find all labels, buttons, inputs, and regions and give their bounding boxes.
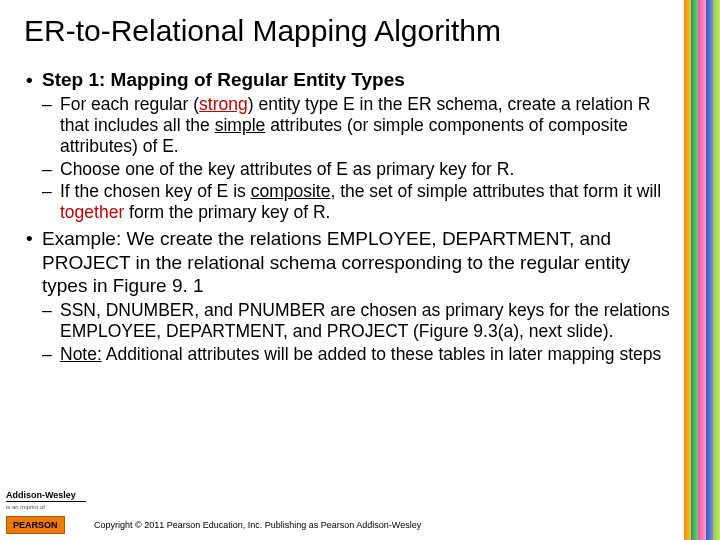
slide-title: ER-to-Relational Mapping Algorithm bbox=[24, 14, 670, 48]
bullet-text: Step 1: Mapping of Regular Entity Types bbox=[42, 69, 405, 90]
stripe bbox=[698, 0, 705, 540]
slide-content: ER-to-Relational Mapping Algorithm Step … bbox=[24, 14, 670, 368]
list-item: For each regular (strong) entity type E … bbox=[42, 94, 670, 158]
addison-wesley-text: Addison-Wesley bbox=[6, 490, 86, 502]
stripe bbox=[713, 0, 720, 540]
stripe bbox=[691, 0, 698, 540]
imprint-text: is an imprint of bbox=[6, 504, 86, 510]
sub-list: SSN, DNUMBER, and PNUMBER are chosen as … bbox=[42, 300, 670, 365]
stripe bbox=[706, 0, 713, 540]
bullet-text: Example: We create the relations EMPLOYE… bbox=[42, 228, 630, 297]
list-item: Step 1: Mapping of Regular Entity Types … bbox=[24, 68, 670, 224]
pearson-badge: PEARSON bbox=[6, 516, 65, 534]
sub-list: For each regular (strong) entity type E … bbox=[42, 94, 670, 224]
list-item: Choose one of the key attributes of E as… bbox=[42, 159, 670, 180]
decorative-stripes bbox=[684, 0, 720, 540]
list-item: If the chosen key of E is composite, the… bbox=[42, 181, 670, 224]
list-item: Example: We create the relations EMPLOYE… bbox=[24, 227, 670, 365]
list-item: SSN, DNUMBER, and PNUMBER are chosen as … bbox=[42, 300, 670, 343]
stripe bbox=[684, 0, 691, 540]
bullet-list: Step 1: Mapping of Regular Entity Types … bbox=[24, 68, 670, 365]
list-item: Note: Additional attributes will be adde… bbox=[42, 344, 670, 365]
publisher-logo: Addison-Wesley is an imprint of PEARSON bbox=[6, 490, 86, 534]
copyright-text: Copyright © 2011 Pearson Education, Inc.… bbox=[94, 520, 421, 530]
